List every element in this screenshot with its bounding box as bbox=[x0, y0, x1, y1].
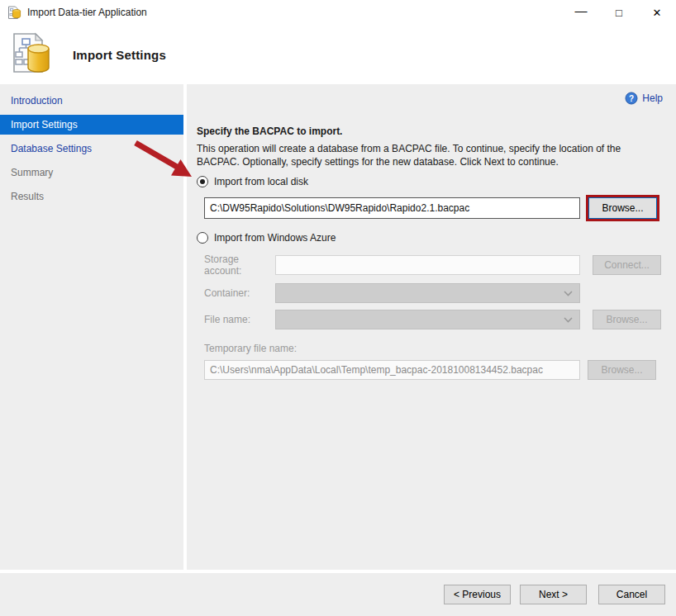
chevron-down-icon bbox=[564, 291, 573, 296]
window-title: Import Data-tier Application bbox=[27, 7, 147, 18]
temp-browse-button: Browse... bbox=[588, 360, 656, 380]
section-heading: Specify the BACPAC to import. bbox=[197, 126, 663, 137]
svg-text:?: ? bbox=[629, 94, 634, 103]
main-panel: ? Help Specify the BACPAC to import. Thi… bbox=[183, 84, 676, 570]
close-button[interactable]: ✕ bbox=[638, 0, 676, 25]
wizard-header: Import Settings bbox=[0, 25, 676, 84]
azure-browse-button: Browse... bbox=[593, 310, 661, 329]
help-label: Help bbox=[642, 92, 663, 104]
app-icon bbox=[7, 6, 21, 20]
local-disk-radio[interactable] bbox=[197, 176, 208, 187]
temp-file-input bbox=[204, 360, 580, 380]
import-data-tier-icon bbox=[8, 31, 55, 78]
help-icon: ? bbox=[625, 92, 638, 105]
maximize-button[interactable]: □ bbox=[600, 0, 638, 25]
local-disk-radio-label: Import from local disk bbox=[214, 176, 308, 187]
previous-button[interactable]: < Previous bbox=[444, 585, 511, 604]
sidebar-item-results: Results bbox=[0, 187, 183, 206]
sidebar-item-database-settings[interactable]: Database Settings bbox=[0, 139, 183, 159]
title-bar: Import Data-tier Application — □ ✕ bbox=[0, 0, 676, 25]
help-link[interactable]: ? Help bbox=[625, 92, 663, 105]
chevron-down-icon bbox=[564, 317, 573, 323]
sidebar-item-import-settings[interactable]: Import Settings bbox=[0, 115, 183, 135]
sidebar-item-introduction[interactable]: Introduction bbox=[0, 91, 183, 111]
section-description: This operation will create a database fr… bbox=[197, 142, 663, 168]
storage-account-input bbox=[275, 255, 580, 275]
file-name-label: File name: bbox=[204, 314, 275, 325]
annotation-highlight-box: Browse... bbox=[586, 195, 659, 221]
azure-radio-label: Import from Windows Azure bbox=[214, 232, 336, 244]
local-disk-radio-row[interactable]: Import from local disk bbox=[197, 176, 663, 187]
local-browse-button[interactable]: Browse... bbox=[588, 197, 657, 219]
container-dropdown bbox=[275, 283, 580, 303]
file-name-dropdown bbox=[275, 310, 580, 329]
storage-account-label: Storage account: bbox=[204, 254, 275, 277]
cancel-button[interactable]: Cancel bbox=[598, 585, 665, 604]
azure-radio[interactable] bbox=[197, 232, 208, 244]
sidebar-item-summary: Summary bbox=[0, 163, 183, 182]
bacpac-path-input[interactable] bbox=[204, 197, 580, 219]
temp-file-label: Temporary file name: bbox=[204, 343, 663, 354]
minimize-button[interactable]: — bbox=[562, 0, 600, 25]
container-label: Container: bbox=[204, 287, 275, 299]
azure-radio-row[interactable]: Import from Windows Azure bbox=[197, 232, 663, 244]
wizard-sidebar: Introduction Import Settings Database Se… bbox=[0, 84, 183, 570]
wizard-footer: < Previous Next > Cancel bbox=[0, 570, 676, 616]
next-button[interactable]: Next > bbox=[520, 585, 587, 604]
page-title: Import Settings bbox=[73, 48, 166, 62]
connect-button: Connect... bbox=[593, 255, 661, 275]
